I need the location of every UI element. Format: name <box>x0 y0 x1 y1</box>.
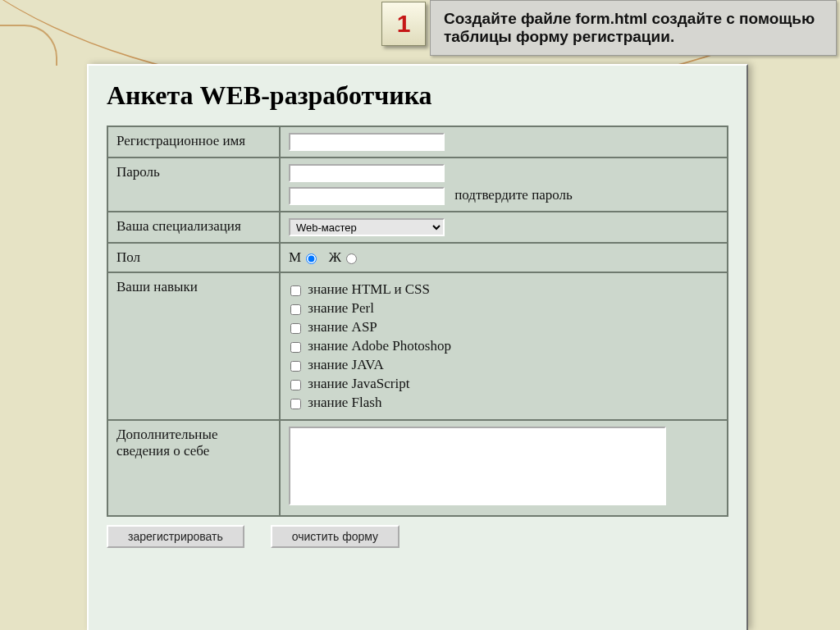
skill-label: знание HTML и CSS <box>308 281 430 297</box>
confirm-password-hint: подтвердите пароль <box>454 187 573 203</box>
label-gender: Пол <box>107 243 280 272</box>
row-password: Пароль подтвердите пароль <box>107 158 728 212</box>
skill-checkbox[interactable] <box>290 304 301 315</box>
label-skills: Ваши навыки <box>107 272 280 420</box>
gender-male-label: М <box>289 249 301 265</box>
notes-textarea[interactable] <box>289 427 666 505</box>
step-number: 1 <box>397 10 411 38</box>
skill-checkbox[interactable] <box>290 285 301 296</box>
row-specialization: Ваша специализация Web-мастер <box>107 212 728 243</box>
skill-label: знание Adobe Photoshop <box>308 338 451 354</box>
skill-label: знание Flash <box>308 395 381 410</box>
label-notes: Дополнительные сведения о себе <box>107 420 280 516</box>
submit-button[interactable]: зарегистрировать <box>107 525 244 548</box>
skill-label: знание Perl <box>308 300 374 316</box>
row-gender: Пол М Ж <box>107 243 728 272</box>
label-specialization: Ваша специализация <box>107 212 280 243</box>
password-confirm-input[interactable] <box>289 187 445 205</box>
reg-name-input[interactable] <box>289 133 445 151</box>
form-panel: Анкета WEB-разработчика Регистрационное … <box>87 64 748 630</box>
label-password: Пароль <box>107 158 280 212</box>
registration-table: Регистрационное имя Пароль подтвердите п… <box>107 126 728 517</box>
specialization-select[interactable]: Web-мастер <box>289 218 445 236</box>
page-title: Анкета WEB-разработчика <box>107 80 728 111</box>
instruction-text: Создайте файле form.html создайте с помо… <box>444 10 828 46</box>
step-badge: 1 <box>381 2 426 46</box>
gender-female-label: Ж <box>329 249 341 265</box>
skill-label: знание ASP <box>308 319 377 335</box>
skill-label: знание JavaScript <box>308 376 409 391</box>
skills-list: знание HTML и CSS знание Perl знание ASP… <box>289 281 719 411</box>
skill-checkbox[interactable] <box>290 399 301 409</box>
button-row: зарегистрировать очистить форму <box>107 525 728 548</box>
label-reg-name: Регистрационное имя <box>107 126 280 158</box>
decorative-corner <box>0 25 57 66</box>
skill-label: знание JAVA <box>308 357 383 372</box>
gender-male-radio[interactable] <box>306 253 317 264</box>
skill-checkbox[interactable] <box>290 361 301 372</box>
row-notes: Дополнительные сведения о себе <box>107 420 728 516</box>
row-skills: Ваши навыки знание HTML и CSS знание Per… <box>107 272 728 420</box>
instruction-box: Создайте файле form.html создайте с помо… <box>430 0 837 56</box>
gender-female-radio[interactable] <box>346 253 357 264</box>
skill-checkbox[interactable] <box>290 342 301 353</box>
skill-checkbox[interactable] <box>290 380 301 390</box>
row-reg-name: Регистрационное имя <box>107 126 728 158</box>
skill-checkbox[interactable] <box>290 323 301 334</box>
password-input[interactable] <box>289 164 445 182</box>
reset-button[interactable]: очистить форму <box>271 525 399 548</box>
